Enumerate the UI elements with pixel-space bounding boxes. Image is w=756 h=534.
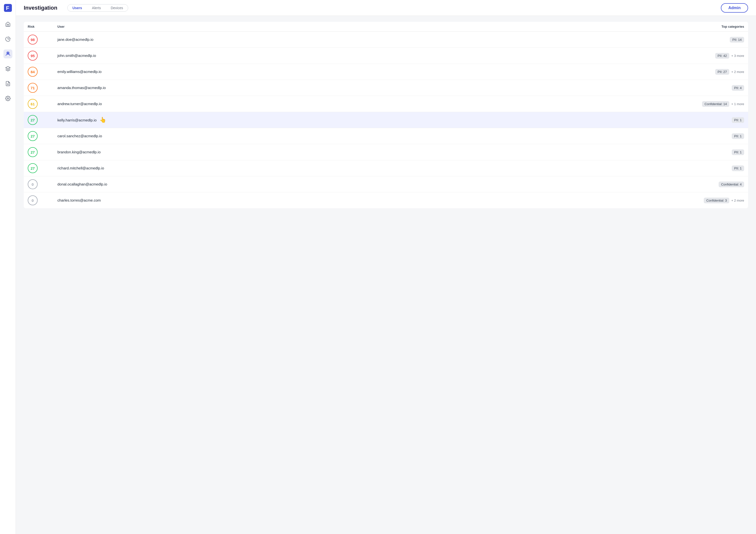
user-cell: andrew.turner@acmedlp.io	[53, 96, 664, 112]
table-row[interactable]: 71amanda.thomas@acmedlp.ioPII: 4	[24, 80, 748, 96]
user-email: jane.doe@acmedlp.io	[57, 38, 93, 41]
table-row[interactable]: 27carol.sanchez@acmedlp.ioPII: 1	[24, 128, 748, 144]
home-icon[interactable]	[4, 20, 13, 29]
table-row[interactable]: 95john.smith@acmedlp.ioPII: 42+ 3 more	[24, 48, 748, 64]
col-risk: Risk	[24, 22, 53, 32]
categories-cell: PII: 1	[664, 112, 748, 128]
risk-cell: 27	[24, 160, 53, 176]
category-badge: Confidential: 4	[719, 182, 744, 187]
category-badge: PII: 4	[732, 85, 744, 91]
user-email: brandon.king@acmedlp.io	[57, 150, 101, 154]
tab-users[interactable]: Users	[68, 5, 87, 12]
content-area: Risk User Top categories 98jane.doe@acme…	[16, 16, 756, 534]
risk-badge: 61	[28, 99, 38, 109]
more-categories[interactable]: + 1 more	[731, 102, 744, 106]
risk-cell: 71	[24, 80, 53, 96]
categories-cell: PII: 4	[664, 80, 748, 96]
svg-marker-5	[6, 66, 10, 69]
tab-devices[interactable]: Devices	[106, 5, 128, 12]
more-categories[interactable]: + 2 more	[731, 199, 744, 202]
risk-cell: 27	[24, 144, 53, 160]
user-cell: kelly.harris@acmedlp.io👆	[53, 112, 664, 128]
categories-cell: Confidential: 14+ 1 more	[664, 96, 748, 112]
user-cell: emily.williams@acmedlp.io	[53, 64, 664, 80]
cursor-indicator: 👆	[99, 117, 106, 123]
settings-icon[interactable]	[4, 94, 13, 103]
admin-button[interactable]: Admin	[721, 3, 748, 13]
categories-cell: PII: 1	[664, 160, 748, 176]
categories-cell: PII: 42+ 3 more	[664, 48, 748, 64]
user-email: emily.williams@acmedlp.io	[57, 69, 101, 74]
user-email: andrew.turner@acmedlp.io	[57, 102, 102, 106]
users-table: Risk User Top categories 98jane.doe@acme…	[24, 22, 748, 208]
category-badge: PII: 14	[730, 37, 744, 42]
risk-cell: 27	[24, 128, 53, 144]
risk-badge: 95	[28, 51, 38, 61]
category-badge: PII: 27	[715, 69, 730, 75]
risk-cell: 0	[24, 192, 53, 209]
table-row[interactable]: 61andrew.turner@acmedlp.ioConfidential: …	[24, 96, 748, 112]
risk-badge: 0	[28, 179, 38, 189]
table-row[interactable]: 27richard.mitchell@acmedlp.ioPII: 1	[24, 160, 748, 176]
user-email: carol.sanchez@acmedlp.io	[57, 134, 102, 138]
user-email: kelly.harris@acmedlp.io	[57, 118, 96, 122]
risk-badge: 27	[28, 115, 38, 125]
user-email: amanda.thomas@acmedlp.io	[57, 86, 106, 90]
categories-cell: PII: 1	[664, 144, 748, 160]
svg-point-4	[8, 53, 8, 53]
category-badge: Confidential: 14	[702, 101, 729, 107]
risk-badge: 0	[28, 195, 38, 205]
user-cell: donal.ocallaghan@acmedlp.io	[53, 176, 664, 192]
category-badge: PII: 1	[732, 133, 744, 139]
category-badge: PII: 42	[715, 53, 730, 59]
more-categories[interactable]: + 3 more	[731, 54, 744, 58]
user-cell: carol.sanchez@acmedlp.io	[53, 128, 664, 144]
user-cell: amanda.thomas@acmedlp.io	[53, 80, 664, 96]
risk-badge: 27	[28, 131, 38, 141]
risk-badge: 27	[28, 163, 38, 173]
user-cell: charles.torres@acme.com	[53, 192, 664, 209]
risk-badge: 98	[28, 35, 38, 44]
table-row[interactable]: 27kelly.harris@acmedlp.io👆PII: 1	[24, 112, 748, 128]
svg-text:F: F	[6, 5, 9, 11]
category-badge: PII: 1	[732, 149, 744, 155]
risk-cell: 0	[24, 176, 53, 192]
risk-cell: 27	[24, 112, 53, 128]
document-icon[interactable]	[4, 79, 13, 88]
risk-cell: 84	[24, 64, 53, 80]
svg-point-8	[7, 98, 9, 99]
tab-alerts[interactable]: Alerts	[87, 5, 106, 12]
user-email: john.smith@acmedlp.io	[57, 53, 96, 58]
categories-cell: PII: 27+ 2 more	[664, 64, 748, 80]
table-row[interactable]: 98jane.doe@acmedlp.ioPII: 14	[24, 32, 748, 48]
app-logo[interactable]: F	[4, 4, 12, 12]
user-email: charles.torres@acme.com	[57, 198, 101, 202]
layers-icon[interactable]	[4, 64, 13, 73]
risk-badge: 71	[28, 83, 38, 93]
categories-cell: Confidential: 4	[664, 176, 748, 192]
user-cell: brandon.king@acmedlp.io	[53, 144, 664, 160]
risk-badge: 27	[28, 147, 38, 157]
tab-group: Users Alerts Devices	[67, 4, 128, 12]
user-email: donal.ocallaghan@acmedlp.io	[57, 182, 107, 186]
category-badge: Confidential: 3	[704, 198, 729, 203]
risk-cell: 98	[24, 32, 53, 48]
user-cell: richard.mitchell@acmedlp.io	[53, 160, 664, 176]
chart-icon[interactable]	[4, 35, 13, 43]
table-row[interactable]: 27brandon.king@acmedlp.ioPII: 1	[24, 144, 748, 160]
category-badge: PII: 1	[732, 117, 744, 123]
investigation-icon[interactable]	[4, 49, 13, 58]
header: Investigation Users Alerts Devices Admin	[16, 0, 756, 16]
col-user: User	[53, 22, 664, 32]
user-email: richard.mitchell@acmedlp.io	[57, 166, 104, 170]
user-cell: john.smith@acmedlp.io	[53, 48, 664, 64]
table-row[interactable]: 84emily.williams@acmedlp.ioPII: 27+ 2 mo…	[24, 64, 748, 80]
categories-cell: Confidential: 3+ 2 more	[664, 192, 748, 209]
table-row[interactable]: 0donal.ocallaghan@acmedlp.ioConfidential…	[24, 176, 748, 192]
more-categories[interactable]: + 2 more	[731, 70, 744, 74]
user-cell: jane.doe@acmedlp.io	[53, 32, 664, 48]
categories-cell: PII: 1	[664, 128, 748, 144]
risk-cell: 95	[24, 48, 53, 64]
table-row[interactable]: 0charles.torres@acme.comConfidential: 3+…	[24, 192, 748, 209]
risk-cell: 61	[24, 96, 53, 112]
